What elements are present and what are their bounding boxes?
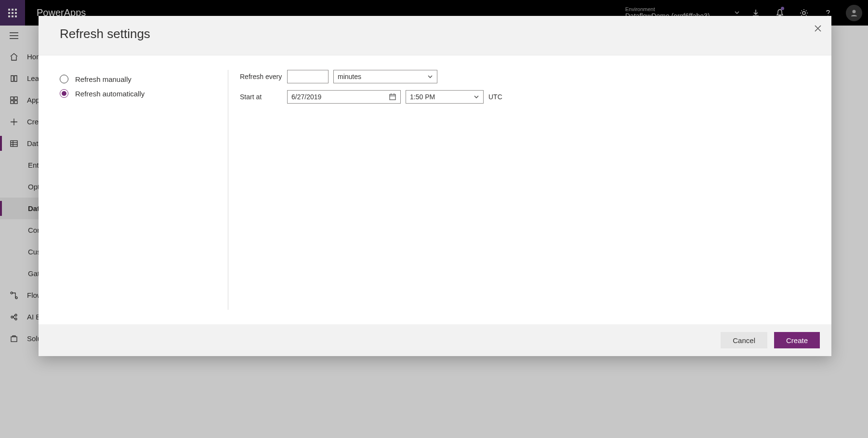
radio-icon [60,75,68,83]
svg-rect-28 [390,94,395,100]
chevron-down-icon [473,94,479,100]
cancel-button[interactable]: Cancel [721,332,767,348]
refresh-unit-select[interactable]: minutes [333,70,437,83]
timezone-label: UTC [488,93,502,101]
close-icon [815,25,821,32]
radio-label: Refresh manually [75,75,132,83]
close-button[interactable] [812,23,824,34]
chevron-down-icon [427,74,433,80]
create-button[interactable]: Create [774,332,820,348]
date-value: 6/27/2019 [291,93,321,101]
calendar-icon [389,93,396,101]
refresh-every-input[interactable] [287,70,329,83]
radio-refresh-manually[interactable]: Refresh manually [60,72,228,86]
select-value: minutes [338,73,361,80]
refresh-every-label: Refresh every [240,73,282,80]
radio-label: Refresh automatically [75,90,145,98]
modal-title: Refresh settings [60,27,810,41]
radio-icon [60,89,68,98]
select-value: 1:50 PM [410,93,435,101]
start-at-label: Start at [240,93,282,101]
start-date-picker[interactable]: 6/27/2019 [287,90,401,104]
refresh-settings-modal: Power Query Refresh settings Refresh man… [39,16,831,356]
radio-refresh-automatically[interactable]: Refresh automatically [60,86,228,101]
start-time-select[interactable]: 1:50 PM [406,90,484,104]
